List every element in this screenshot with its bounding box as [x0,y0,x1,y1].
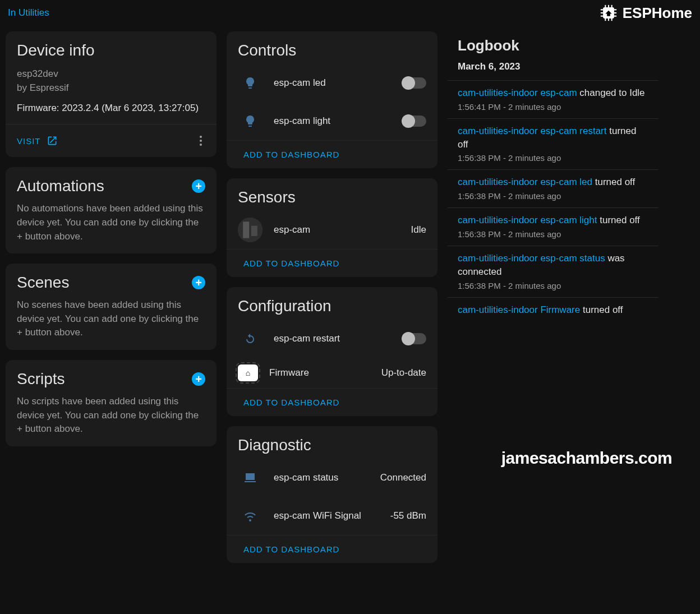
diag-status-state: Connected [380,472,426,483]
sensor-row-cam[interactable]: esp-cam Idle [227,211,438,249]
scenes-card: Scenes + No scenes have been added using… [6,264,217,350]
device-info-title: Device info [17,41,205,59]
log-entry[interactable]: cam-utilities-indoor esp-cam led turned … [448,169,658,207]
diag-row-wifi[interactable]: esp-cam WiFi Signal -55 dBm [227,497,438,535]
automations-card: Automations + No automations have been a… [6,167,217,253]
log-time: 1:56:38 PM - 2 minutes ago [458,152,648,164]
control-light-label: esp-cam light [274,116,390,127]
brand-logo: ESPHome [599,3,692,22]
logbook-date: March 6, 2023 [448,58,658,80]
config-firmware-label: Firmware [269,367,370,378]
controls-add-dashboard-button[interactable]: ADD TO DASHBOARD [227,140,438,168]
control-light-toggle[interactable] [402,116,426,127]
logbook-card: Logbook March 6, 2023 cam-utilities-indo… [448,31,658,322]
scenes-title: Scenes [17,274,69,292]
controls-title: Controls [238,41,426,59]
log-entity-link[interactable]: cam-utilities-indoor esp-cam status [458,253,605,264]
log-entry[interactable]: cam-utilities-indoor esp-cam changed to … [448,80,658,118]
firmware-chip-icon: ⌂ [238,364,258,381]
log-entity-link[interactable]: cam-utilities-indoor esp-cam led [458,177,592,187]
sensors-card: Sensors esp-cam Idle ADD TO DASHBOARD [227,178,438,277]
log-action: turned off [595,177,635,187]
scenes-empty-text: No scenes have been added using this dev… [17,298,205,340]
scripts-title: Scripts [17,370,65,388]
sensor-cam-label: esp-cam [274,224,400,236]
log-entity-link[interactable]: cam-utilities-indoor esp-cam light [458,215,597,225]
log-entry[interactable]: cam-utilities-indoor Firmware turned off [448,297,658,322]
configuration-card: Configuration esp-cam restart ⌂ Firmware… [227,287,438,416]
automations-empty-text: No automations have been added using thi… [17,202,205,243]
log-time: 1:56:38 PM - 2 minutes ago [458,280,648,292]
diagnostic-card: Diagnostic esp-cam status Connected esp-… [227,426,438,563]
more-menu-button[interactable] [196,132,205,149]
log-action: turned off [583,304,623,315]
camera-thumbnail-icon [238,218,262,242]
lightbulb-icon [238,71,262,95]
chip-icon [599,3,618,22]
breadcrumb[interactable]: In Utilities [8,7,49,19]
configuration-title: Configuration [238,297,426,315]
scripts-card: Scripts + No scripts have been added usi… [6,360,217,446]
device-model: esp32dev [17,67,205,81]
sensors-add-dashboard-button[interactable]: ADD TO DASHBOARD [227,249,438,277]
open-in-new-icon [47,135,58,146]
log-time: 1:56:38 PM - 2 minutes ago [458,190,648,202]
diag-wifi-state: -55 dBm [390,510,426,521]
device-firmware: Firmware: 2023.2.4 (Mar 6 2023, 13:27:05… [17,103,205,114]
log-entry[interactable]: cam-utilities-indoor esp-cam restart tur… [448,118,658,170]
configuration-add-dashboard-button[interactable]: ADD TO DASHBOARD [227,388,438,416]
control-row-led[interactable]: esp-cam led [227,64,438,102]
automations-title: Automations [17,177,104,195]
svg-rect-13 [238,218,262,242]
visit-button[interactable]: VISIT [17,135,58,146]
control-led-toggle[interactable] [402,77,426,89]
log-action: changed to Idle [579,87,644,98]
svg-rect-14 [243,221,249,238]
sensors-title: Sensors [238,188,426,206]
config-restart-toggle[interactable] [402,333,426,344]
log-time: 1:56:41 PM - 2 minutes ago [458,101,648,113]
log-entity-link[interactable]: cam-utilities-indoor Firmware [458,304,580,315]
control-led-label: esp-cam led [274,77,390,89]
wifi-icon [238,504,262,528]
device-info-card: Device info esp32dev by Espressif Firmwa… [6,31,217,157]
svg-rect-15 [251,226,257,236]
device-manufacturer: by Espressif [17,81,205,95]
add-automation-button[interactable]: + [192,179,205,193]
log-entry[interactable]: cam-utilities-indoor esp-cam status was … [448,246,658,297]
add-scene-button[interactable]: + [192,276,205,289]
brand-name: ESPHome [623,4,692,22]
logbook-title: Logbook [448,31,658,58]
log-time: 1:56:38 PM - 2 minutes ago [458,228,648,240]
scripts-empty-text: No scripts have been added using this de… [17,395,205,436]
controls-card: Controls esp-cam led esp-cam light ADD T… [227,31,438,168]
lightbulb-icon [238,109,262,133]
add-script-button[interactable]: + [192,372,205,386]
log-action: turned off [600,215,640,225]
control-row-light[interactable]: esp-cam light [227,102,438,140]
log-entity-link[interactable]: cam-utilities-indoor esp-cam restart [458,126,606,136]
visit-button-label: VISIT [17,136,41,146]
top-bar: In Utilities ESPHome [0,0,700,26]
log-entry[interactable]: cam-utilities-indoor esp-cam light turne… [448,207,658,246]
log-entity-link[interactable]: cam-utilities-indoor esp-cam [458,87,577,98]
config-row-firmware[interactable]: ⌂ Firmware Up-to-date [227,358,438,388]
diag-row-status[interactable]: esp-cam status Connected [227,459,438,497]
sensor-cam-state: Idle [411,224,426,236]
diagnostic-title: Diagnostic [238,436,426,454]
diag-wifi-label: esp-cam WiFi Signal [274,510,379,521]
watermark-text: jamesachambers.com [481,449,692,468]
restart-icon [238,326,262,351]
diag-status-label: esp-cam status [274,472,369,483]
config-firmware-state: Up-to-date [381,367,426,378]
status-icon [238,465,262,490]
config-restart-label: esp-cam restart [274,333,390,344]
config-row-restart[interactable]: esp-cam restart [227,320,438,358]
diagnostic-add-dashboard-button[interactable]: ADD TO DASHBOARD [227,535,438,563]
